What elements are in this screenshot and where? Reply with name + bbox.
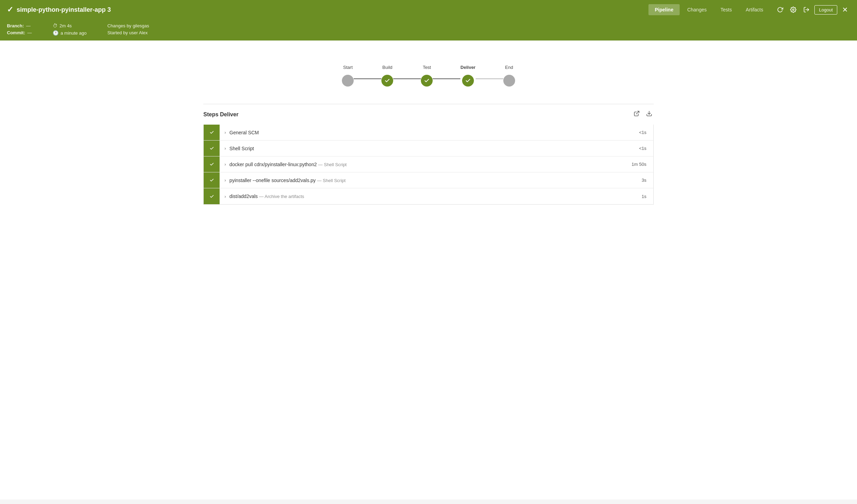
step-type: — Shell Script [318,162,346,167]
main-nav: Pipeline Changes Tests Artifacts [648,4,769,15]
commit-row: Commit: — [7,30,32,35]
tab-changes[interactable]: Changes [681,4,713,15]
step-name: General SCM [229,130,633,135]
stage-end-node[interactable] [503,75,515,87]
external-link-icon [634,110,640,117]
app-title: simple-python-pyinstaller-app 3 [17,6,111,14]
step-name: pyinstaller --onefile sources/add2vals.p… [229,178,633,183]
step-name: Shell Script [229,146,633,151]
changes-col: Changes by gilesgas Started by user Alex [107,23,149,35]
stage-build-node[interactable] [381,75,393,87]
clock-icon: 🕐 [53,30,59,36]
external-link-button[interactable] [632,109,641,120]
step-expand-icon[interactable]: › [220,162,229,167]
step-status-indicator [204,156,220,172]
step-row[interactable]: ›dist/add2vals — Archive the artifacts1s [204,188,653,204]
svg-point-0 [793,9,794,11]
settings-button[interactable] [788,4,798,15]
step-row[interactable]: ›General SCM<1s [204,125,653,141]
download-button[interactable] [645,109,654,120]
branch-label: Branch: [7,23,24,28]
step-status-indicator [204,172,220,188]
step-row[interactable]: ›pyinstaller --onefile sources/add2vals.… [204,172,653,188]
stage-end: End [503,65,515,87]
duration-row: ⏱ 2m 4s [53,23,87,28]
step-status-indicator [204,141,220,156]
tab-tests[interactable]: Tests [714,4,738,15]
commit-value: — [27,30,32,35]
step-type: — Archive the artifacts [259,194,304,199]
app-title-section: ✓ simple-python-pyinstaller-app 3 [7,5,643,14]
stage-end-label: End [505,65,513,70]
step-status-indicator [204,125,220,140]
stage-test-node[interactable] [421,75,433,87]
steps-title: Steps Deliver [203,111,238,118]
deliver-check-icon [465,78,471,83]
step-status-indicator [204,188,220,204]
changes-by-value: Changes by gilesgas [107,23,149,28]
step-duration: <1s [633,130,653,135]
steps-actions [632,109,654,120]
step-check-icon [210,146,214,151]
branch-commit-col: Branch: — Commit: — [7,23,32,35]
stage-test-label: Test [423,65,431,70]
steps-section: Steps Deliver [203,104,654,205]
step-name: dist/add2vals — Archive the artifacts [229,194,633,199]
stage-start: Start [342,65,354,87]
started-by-row: Started by user Alex [107,30,149,35]
check-icon: ✓ [7,5,13,14]
step-duration: 1m 50s [631,162,653,167]
step-expand-icon[interactable]: › [220,194,229,199]
step-type: — Shell Script [317,178,345,183]
step-check-icon [210,178,214,182]
tab-pipeline[interactable]: Pipeline [648,4,680,15]
step-expand-icon[interactable]: › [220,178,229,183]
stage-build-label: Build [382,65,392,70]
header-actions: Logout ✕ [775,3,850,16]
test-check-icon [424,78,430,83]
connector-test-deliver [433,78,460,79]
connector-build-test [393,78,421,79]
timing-col: ⏱ 2m 4s 🕐 a minute ago [53,23,87,36]
step-check-icon [210,130,214,135]
branch-row: Branch: — [7,23,32,28]
commit-label: Commit: [7,30,25,35]
step-row[interactable]: ›docker pull cdrx/pyinstaller-linux:pyth… [204,156,653,172]
build-check-icon [385,78,390,83]
refresh-icon [777,7,783,13]
header-info: Branch: — Commit: — ⏱ 2m 4s 🕐 a minute a… [7,19,850,40]
refresh-button[interactable] [775,4,785,15]
branch-value: — [26,23,30,28]
stage-deliver-label: Deliver [460,65,475,70]
steps-header: Steps Deliver [203,104,654,120]
time-ago-row: 🕐 a minute ago [53,30,87,36]
stage-deliver: Deliver [460,65,475,87]
time-ago-value: a minute ago [61,30,87,36]
pipeline-diagram: Start Build Test [7,54,850,104]
stage-deliver-node[interactable] [462,75,474,87]
signout-button[interactable] [801,4,812,15]
step-duration: 1s [633,194,653,199]
duration-value: 2m 4s [60,23,72,28]
step-expand-icon[interactable]: › [220,130,229,135]
close-button[interactable]: ✕ [840,3,850,16]
svg-line-2 [636,111,639,114]
step-expand-icon[interactable]: › [220,146,229,151]
duration-icon: ⏱ [53,23,58,28]
logout-button[interactable]: Logout [814,5,837,15]
gear-icon [790,7,796,13]
steps-list: ›General SCM<1s›Shell Script<1s›docker p… [203,125,654,205]
stage-start-label: Start [343,65,353,70]
tab-artifacts[interactable]: Artifacts [740,4,770,15]
step-check-icon [210,162,214,166]
header-top: ✓ simple-python-pyinstaller-app 3 Pipeli… [7,0,850,19]
stage-test: Test [421,65,433,87]
close-icon: ✕ [842,6,848,14]
stage-start-node[interactable] [342,75,354,87]
step-name: docker pull cdrx/pyinstaller-linux:pytho… [229,162,631,167]
step-duration: <1s [633,146,653,151]
changes-by-row: Changes by gilesgas [107,23,149,28]
main-content: Start Build Test [0,40,857,500]
connector-start-build [354,78,381,79]
step-row[interactable]: ›Shell Script<1s [204,141,653,156]
